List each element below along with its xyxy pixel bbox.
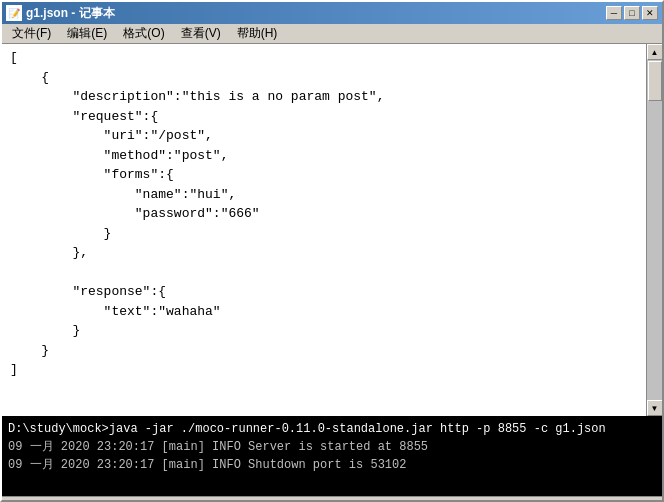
scroll-down-button[interactable]: ▼ (647, 400, 663, 416)
close-button[interactable]: ✕ (642, 6, 658, 20)
menu-bar: 文件(F)编辑(E)格式(O)查看(V)帮助(H) (2, 24, 662, 44)
content-area: [ { "description":"this is a no param po… (2, 44, 662, 416)
maximize-button[interactable]: □ (624, 6, 640, 20)
text-editor[interactable]: [ { "description":"this is a no param po… (2, 44, 646, 416)
terminal-line: D:\study\mock>java -jar ./moco-runner-0.… (8, 420, 656, 438)
menu-item[interactable]: 帮助(H) (229, 25, 286, 43)
terminal-line: 09 一月 2020 23:20:17 [main] INFO Server i… (8, 438, 656, 456)
window: 📝 g1.json - 记事本 ─ □ ✕ 文件(F)编辑(E)格式(O)查看(… (0, 0, 664, 502)
minimize-button[interactable]: ─ (606, 6, 622, 20)
menu-item[interactable]: 文件(F) (4, 25, 59, 43)
terminal-area: D:\study\mock>java -jar ./moco-runner-0.… (2, 416, 662, 496)
title-bar: 📝 g1.json - 记事本 ─ □ ✕ (2, 2, 662, 24)
scrollbar[interactable]: ▲ ▼ (646, 44, 662, 416)
title-buttons: ─ □ ✕ (606, 6, 658, 20)
scroll-up-button[interactable]: ▲ (647, 44, 663, 60)
menu-item[interactable]: 查看(V) (173, 25, 229, 43)
app-icon: 📝 (6, 5, 22, 21)
terminal-line: 09 一月 2020 23:20:17 [main] INFO Shutdown… (8, 456, 656, 474)
menu-item[interactable]: 格式(O) (115, 25, 172, 43)
scroll-track[interactable] (647, 60, 663, 400)
menu-item[interactable]: 编辑(E) (59, 25, 115, 43)
status-bar (2, 496, 662, 500)
scroll-thumb[interactable] (648, 61, 662, 101)
title-bar-left: 📝 g1.json - 记事本 (6, 5, 115, 22)
window-title: g1.json - 记事本 (26, 5, 115, 22)
